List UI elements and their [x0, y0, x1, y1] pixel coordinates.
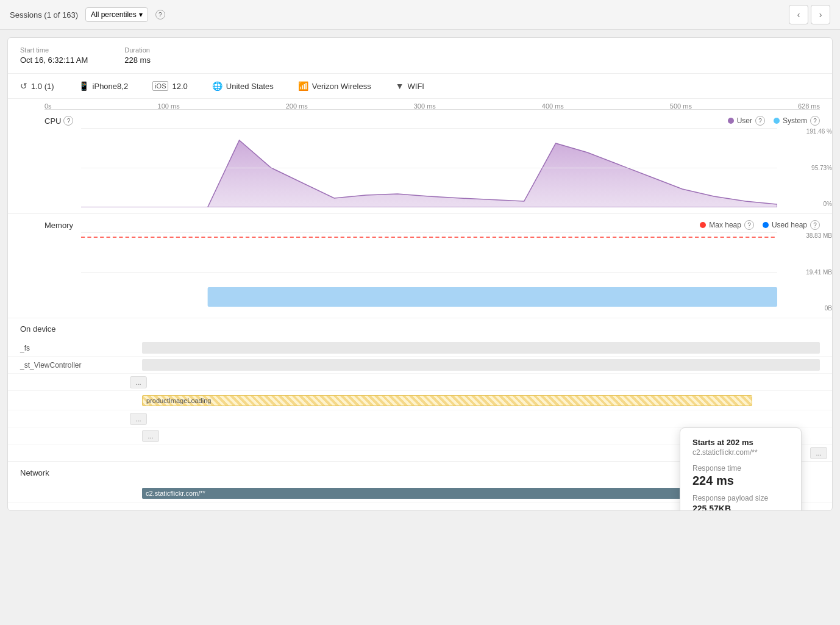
response-time-value: 224 ms: [692, 474, 789, 488]
system-help-icon[interactable]: ?: [810, 116, 820, 126]
trace-row-fs: _fs: [8, 340, 832, 357]
sessions-label: Sessions (1 of 163): [10, 10, 78, 20]
user-dot: [728, 118, 734, 124]
system-dot: [774, 118, 780, 124]
trace-fs-bar: [142, 340, 820, 356]
cpu-chart-area: [81, 128, 777, 207]
main-card: Start time Oct 16, 6:32:11 AM Duration 2…: [7, 37, 833, 511]
maxheap-dot: [700, 222, 706, 228]
response-time-label: Response time: [692, 464, 789, 473]
tick-2: 200 ms: [286, 102, 308, 110]
tick-3: 300 ms: [414, 102, 436, 110]
cpu-help-icon[interactable]: ?: [63, 116, 73, 126]
cpu-legend: User ? System ?: [728, 116, 820, 126]
trace-row-vc: _st_ViewController: [8, 357, 832, 374]
tooltip-payload: Response payload size 225.57KB: [692, 494, 789, 511]
help-icon[interactable]: ?: [155, 10, 165, 20]
tick-5: 500 ms: [670, 102, 692, 110]
product-bar-area: productImageLoading Starts at 202 ms c2.…: [142, 391, 820, 410]
cpu-user-legend: User ?: [728, 116, 765, 126]
cpu-header: CPU ? User ? System ?: [8, 110, 832, 128]
memory-legend: Max heap ? Used heap ?: [700, 220, 820, 230]
memory-chart-wrapper: 38.83 MB 19.41 MB 0B: [8, 232, 832, 318]
trace-row-dots2: ...: [8, 410, 832, 427]
device-model: 📱 iPhone8,2: [79, 81, 129, 91]
device-version: ↺ 1.0 (1): [20, 81, 54, 91]
on-device-title: On device: [8, 318, 832, 340]
dots-btn-2[interactable]: ...: [130, 413, 147, 425]
dots-btn-3[interactable]: ...: [142, 430, 159, 442]
tick-0: 0s: [44, 102, 52, 110]
cpu-title: CPU ?: [44, 116, 73, 126]
tooltip-card: Starts at 202 ms c2.staticflickr.com/** …: [680, 427, 802, 511]
start-time-label: Start time: [20, 46, 88, 54]
device-country: 🌐 United States: [212, 81, 274, 91]
cpu-system-legend: System ?: [774, 116, 820, 126]
start-time-value: Oct 16, 6:32:11 AM: [20, 55, 88, 65]
grid-line-top: [81, 128, 777, 129]
trace-vc-bar: [142, 357, 820, 373]
usedheap-dot: [763, 222, 769, 228]
tooltip-title: Starts at 202 ms: [692, 438, 789, 447]
tick-1: 100 ms: [158, 102, 180, 110]
device-carrier: 📶 Verizon Wireless: [298, 81, 371, 91]
duration-field: Duration 228 ms: [124, 46, 151, 65]
maxheap-help-icon[interactable]: ?: [744, 220, 754, 230]
signal-icon: 📶: [298, 81, 308, 91]
top-bar: Sessions (1 of 163) All percentiles ▾ ? …: [0, 0, 840, 30]
memory-usedheap-legend: Used heap ?: [763, 220, 820, 230]
trace-fs-label: _fs: [20, 344, 142, 352]
duration-value: 228 ms: [124, 55, 151, 65]
prev-button[interactable]: ‹: [789, 5, 808, 24]
dots-btn-trailing[interactable]: ...: [810, 447, 827, 459]
device-network: ▼ WIFI: [396, 81, 424, 91]
cpu-section: CPU ? User ? System ?: [8, 110, 832, 214]
cpu-grid: [81, 128, 777, 207]
ios-icon: iOS: [152, 81, 168, 91]
usedheap-help-icon[interactable]: ?: [810, 220, 820, 230]
grid-line-mid: [81, 168, 777, 168]
globe-icon: 🌐: [212, 81, 222, 91]
memory-yaxis: 38.83 MB 19.41 MB 0B: [798, 232, 832, 312]
trace-vc-bg: [142, 359, 820, 371]
mem-grid-mid: [81, 272, 777, 273]
trace-row-product: productImageLoading Starts at 202 ms c2.…: [8, 391, 832, 410]
tooltip-response-time: Response time 224 ms: [692, 464, 789, 488]
trace-row-dots1: ...: [8, 374, 832, 391]
tick-4: 400 ms: [542, 102, 564, 110]
trace-vc-label: _st_ViewController: [20, 361, 142, 370]
trace-fs-bg: [142, 342, 820, 354]
timeline-ruler: 0s 100 ms 200 ms 300 ms 400 ms 500 ms 62…: [8, 99, 832, 110]
percentile-dropdown[interactable]: All percentiles ▾: [85, 7, 148, 22]
memory-maxheap-legend: Max heap ?: [700, 220, 754, 230]
device-os: iOS 12.0: [152, 81, 188, 91]
memory-header: Memory Max heap ? Used heap ?: [8, 214, 832, 232]
duration-label: Duration: [124, 46, 151, 54]
start-time-field: Start time Oct 16, 6:32:11 AM: [20, 46, 88, 65]
wifi-icon: ▼: [396, 81, 404, 91]
version-icon: ↺: [20, 81, 27, 91]
payload-value: 225.57KB: [692, 504, 789, 511]
nav-buttons: ‹ ›: [789, 5, 830, 24]
dots-btn-1[interactable]: ...: [130, 376, 147, 388]
memory-section: Memory Max heap ? Used heap ?: [8, 214, 832, 318]
user-help-icon[interactable]: ?: [755, 116, 765, 126]
cpu-chart-wrapper: 191.46 % 95.73% 0%: [8, 128, 832, 213]
phone-icon: 📱: [79, 81, 89, 91]
cpu-yaxis: 191.46 % 95.73% 0%: [798, 128, 832, 207]
tick-6: 628 ms: [798, 102, 820, 110]
session-header: Start time Oct 16, 6:32:11 AM Duration 2…: [8, 38, 832, 74]
device-row: ↺ 1.0 (1) 📱 iPhone8,2 iOS 12.0 🌐 United …: [8, 74, 832, 99]
network-bar: c2.staticflickr.com/**: [142, 488, 739, 499]
next-button[interactable]: ›: [811, 5, 830, 24]
tooltip-subtitle: c2.staticflickr.com/**: [692, 448, 789, 457]
product-bar: productImageLoading: [142, 395, 752, 406]
memory-title: Memory: [44, 221, 73, 230]
on-device-section: On device _fs _st_ViewController ... pro…: [8, 318, 832, 462]
payload-label: Response payload size: [692, 494, 789, 502]
memory-grid: [81, 232, 777, 312]
mem-grid-top: [81, 232, 777, 233]
memory-chart-area: [81, 232, 777, 312]
